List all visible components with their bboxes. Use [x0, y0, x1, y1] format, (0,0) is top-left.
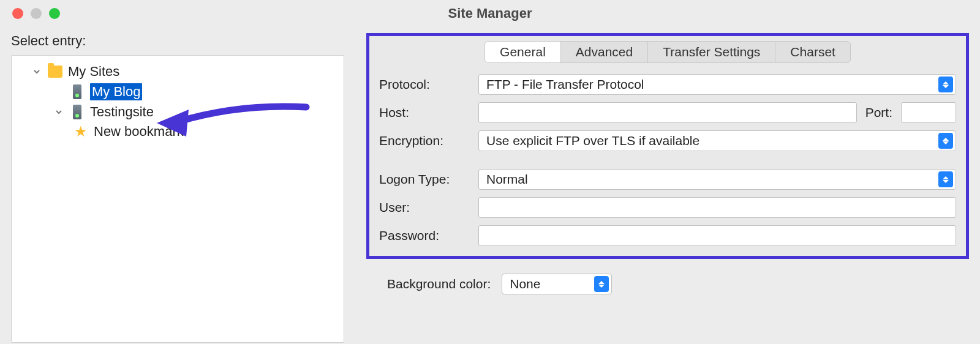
tab-advanced[interactable]: Advanced	[560, 41, 648, 63]
chevron-down-icon[interactable]	[31, 68, 42, 75]
tab-charset[interactable]: Charset	[775, 41, 851, 63]
tree-item-my-blog[interactable]: My Blog	[15, 81, 340, 102]
select-stepper-icon	[938, 77, 953, 92]
chevron-down-icon[interactable]	[53, 108, 64, 116]
general-form: Protocol: FTP - File Transfer Protocol H…	[375, 70, 960, 246]
close-window-button[interactable]	[12, 8, 23, 19]
select-stepper-icon	[938, 133, 953, 149]
server-icon	[69, 84, 85, 99]
encryption-label: Encryption:	[379, 133, 471, 148]
background-color-row: Background color: None	[366, 259, 969, 294]
tab-transfer-settings[interactable]: Transfer Settings	[647, 41, 775, 63]
tree-item-testingsite[interactable]: Testingsite	[15, 102, 340, 122]
protocol-label: Protocol:	[379, 77, 471, 92]
window-title: Site Manager	[0, 6, 980, 21]
tree-item-new-bookmark[interactable]: ★ New bookmark	[15, 122, 340, 141]
protocol-select[interactable]: FTP - File Transfer Protocol	[478, 74, 956, 95]
tab-general[interactable]: General	[484, 41, 561, 63]
star-icon: ★	[73, 124, 89, 139]
tree-root-my-sites[interactable]: My Sites	[15, 62, 340, 81]
password-input[interactable]	[478, 225, 956, 246]
right-pane: General Advanced Transfer Settings Chars…	[355, 27, 980, 344]
host-input[interactable]	[478, 102, 857, 123]
left-pane: Select entry: My Sites My Blog	[0, 27, 355, 344]
zoom-window-button[interactable]	[49, 8, 60, 19]
tree-root-label: My Sites	[68, 64, 119, 80]
password-label: Password:	[379, 228, 471, 243]
minimize-window-button[interactable]	[31, 8, 42, 19]
user-label: User:	[379, 200, 471, 215]
window-controls	[0, 8, 60, 19]
logon-type-value: Normal	[486, 172, 528, 187]
select-stepper-icon	[938, 171, 953, 187]
titlebar: Site Manager	[0, 0, 980, 27]
settings-tabbar: General Advanced Transfer Settings Chars…	[375, 41, 960, 63]
select-entry-label: Select entry:	[11, 33, 344, 49]
server-icon	[69, 105, 85, 119]
encryption-value: Use explicit FTP over TLS if available	[486, 133, 699, 148]
site-tree[interactable]: My Sites My Blog Testingsite ★ New bookm…	[11, 55, 344, 343]
background-color-label: Background color:	[387, 277, 491, 291]
tree-item-label: Testingsite	[90, 104, 154, 120]
tree-item-label: My Blog	[90, 83, 142, 100]
port-label: Port:	[865, 105, 892, 120]
tree-item-label: New bookmark	[94, 124, 184, 140]
background-color-value: None	[510, 277, 540, 291]
protocol-value: FTP - File Transfer Protocol	[486, 77, 644, 92]
folder-icon	[47, 65, 63, 78]
logon-type-select[interactable]: Normal	[478, 169, 956, 190]
host-label: Host:	[379, 105, 471, 120]
encryption-select[interactable]: Use explicit FTP over TLS if available	[478, 130, 956, 151]
section-divider	[379, 160, 956, 160]
logon-type-label: Logon Type:	[379, 172, 471, 187]
user-input[interactable]	[478, 197, 956, 218]
select-stepper-icon	[594, 276, 609, 292]
port-input[interactable]	[901, 102, 956, 123]
host-port-row: Port:	[478, 102, 956, 123]
general-panel-highlight: General Advanced Transfer Settings Chars…	[366, 33, 969, 259]
background-color-select[interactable]: None	[502, 274, 612, 294]
